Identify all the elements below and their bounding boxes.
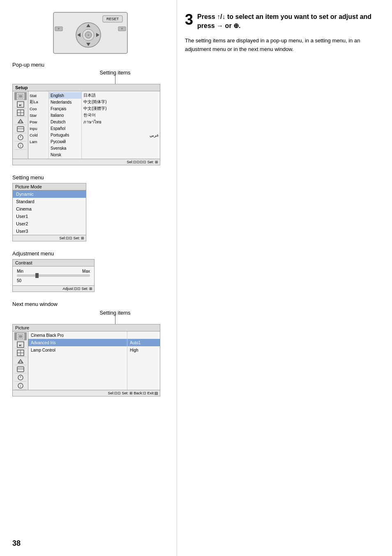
middle-item-6: Inpu xyxy=(28,125,48,132)
remote-diagram: RESET + + + xyxy=(49,8,131,58)
lang-swedish: Svenska xyxy=(49,145,81,151)
slider-track xyxy=(17,274,90,277)
adjustment-menu-box: Contrast Min Max 50 Adjust:⊡⊡ Set: ⊞ xyxy=(12,259,95,292)
lang2-korean: 한국어 xyxy=(82,112,161,118)
setting-item-dynamic: Dynamic xyxy=(13,190,86,198)
next-icon-5 xyxy=(14,365,27,373)
middle-item-3: Coo xyxy=(28,105,48,112)
middle-item-5: Pow xyxy=(28,118,48,125)
setup-footer-text: Sel:⊡⊡⊡⊡ Set: ⊞ xyxy=(127,160,158,164)
middle-item-2: 彩La xyxy=(28,99,48,105)
icon-row-1 xyxy=(14,92,27,100)
next-middle-spacer xyxy=(28,354,127,382)
next-middle-column: Cinema Black Pro Advanced Iris Lamp Cont… xyxy=(28,331,127,390)
adjustment-menu-section: Adjustment menu Contrast Min Max 50 Adju… xyxy=(12,250,168,292)
next-menu-footer: Sel:⊡⊡ Set: ⊞ Back:⊡ Exit:▤ xyxy=(13,390,160,396)
adjustment-menu-label: Adjustment menu xyxy=(12,250,168,257)
next-right-auto1: Auto1 xyxy=(127,339,160,346)
svg-rect-16 xyxy=(18,95,23,98)
next-item-cinema: Cinema Black Pro xyxy=(28,331,127,339)
svg-text:i: i xyxy=(20,144,21,148)
popup-menu-section: Pop-up menu Setting items Setup xyxy=(12,62,168,165)
svg-text:RESET: RESET xyxy=(106,17,119,21)
lang-norwegian: Norsk xyxy=(49,151,81,158)
slider-labels: Min Max xyxy=(17,269,90,273)
next-icon-6 xyxy=(14,373,27,382)
step-heading: Press ↑/↓ to select an item you want to … xyxy=(197,12,380,31)
lang-spanish: Español xyxy=(49,125,81,132)
icon-row-7: i xyxy=(14,141,27,150)
svg-rect-15 xyxy=(17,93,24,99)
next-icon-2: ■! xyxy=(14,341,27,349)
svg-text:+: + xyxy=(58,27,60,31)
setup-icons-column: ■! xyxy=(13,91,28,159)
next-right-high: High xyxy=(127,346,160,354)
lang-french: Français xyxy=(49,105,81,112)
setting-menu-section: Setting menu Picture Mode Dynamic Standa… xyxy=(12,174,168,241)
middle-item-1: Stat xyxy=(28,92,48,99)
step3-header: 3 Press ↑/↓ to select an item you want t… xyxy=(185,12,380,31)
next-right-blank1 xyxy=(127,331,160,339)
right-column: 3 Press ↑/↓ to select an item you want t… xyxy=(177,0,392,556)
setting-item-user1: User1 xyxy=(13,213,86,220)
adjustment-menu-footer: Adjust:⊡⊡ Set: ⊞ xyxy=(13,285,94,292)
next-menu-body: ■! xyxy=(13,331,160,390)
next-menu-header: Picture xyxy=(13,324,160,331)
setting-items-label-2: Setting items xyxy=(37,310,193,316)
next-item-lamp: Lamp Control xyxy=(28,346,127,354)
popup-menu-label: Pop-up menu xyxy=(12,62,168,68)
next-icons-column: ■! xyxy=(13,331,28,390)
next-menu-box: Picture ■! xyxy=(12,324,160,396)
lang-russian: Русский xyxy=(49,138,81,145)
svg-rect-23 xyxy=(17,127,24,132)
setting-menu-footer: Sel:⊡⊡ Set: ⊞ xyxy=(13,235,86,241)
svg-text:+: + xyxy=(121,27,123,31)
slider-area: Min Max 50 xyxy=(13,266,94,285)
svg-text:■!: ■! xyxy=(19,343,22,347)
setting-item-cinema: Cinema xyxy=(13,205,86,213)
next-right-column: Auto1 High xyxy=(127,331,160,390)
setting-menu-header: Picture Mode xyxy=(13,183,86,190)
svg-text:+: + xyxy=(88,33,90,37)
svg-rect-29 xyxy=(17,334,24,339)
lang2-arabic: عربي xyxy=(82,132,161,138)
icon-row-5 xyxy=(14,125,27,133)
setup-menu-footer: Sel:⊡⊡⊡⊡ Set: ⊞ xyxy=(13,159,160,165)
next-icon-1 xyxy=(14,332,27,341)
left-column: RESET + + + xyxy=(0,0,177,556)
svg-rect-30 xyxy=(18,335,23,338)
setup-menu-header: Setup xyxy=(13,84,160,91)
svg-text:i: i xyxy=(20,384,21,388)
next-icon-3 xyxy=(14,349,27,357)
lang2-chinese-trad: 中文(漢體字) xyxy=(82,105,161,112)
adjustment-menu-header: Contrast xyxy=(13,259,94,266)
next-menu-section: Next menu window Setting items Picture xyxy=(12,301,168,396)
next-icon-4 xyxy=(14,357,27,365)
icon-row-3 xyxy=(14,109,27,117)
slider-value: 50 xyxy=(17,278,90,283)
lang2-chinese-simp: 中文(简体字) xyxy=(82,99,161,105)
lang2-blank3 xyxy=(82,145,161,151)
lang2-japanese: 日本語 xyxy=(82,92,161,99)
icon-row-6 xyxy=(14,133,27,141)
icon-row-4 xyxy=(14,117,27,125)
icon-row-2: ■! xyxy=(14,100,27,109)
setup-menu-body: ■! xyxy=(13,91,161,159)
next-menu-label: Next menu window xyxy=(12,301,168,307)
lang2-blank2 xyxy=(82,138,161,145)
lang-english: English xyxy=(49,92,81,99)
max-label: Max xyxy=(82,269,90,273)
setting-item-standard: Standard xyxy=(13,198,86,205)
middle-item-8: Lam xyxy=(28,138,48,145)
step-number: 3 xyxy=(185,12,193,27)
svg-text:■!: ■! xyxy=(19,103,22,107)
svg-rect-37 xyxy=(17,367,24,372)
setting-items-label-1: Setting items xyxy=(37,70,193,76)
step-description: The setting items are displayed in a pop… xyxy=(185,37,380,54)
page-number: 38 xyxy=(12,539,21,548)
setup-popup-menu: Setup ■! xyxy=(12,84,160,165)
lang2-blank1 xyxy=(82,125,161,132)
setting-menu-label: Setting menu xyxy=(12,174,168,181)
min-label: Min xyxy=(17,269,23,273)
middle-item-4: Star xyxy=(28,112,48,118)
